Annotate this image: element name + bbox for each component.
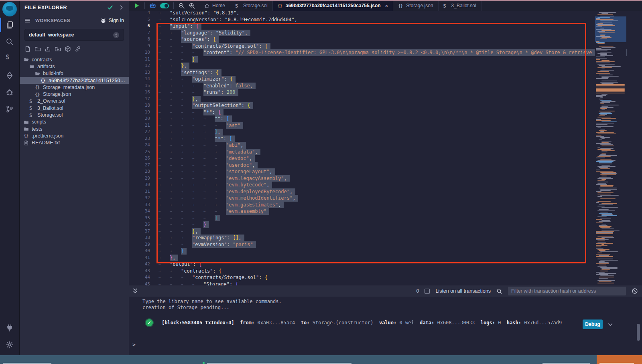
tab-storage-json[interactable]: {}Storage.json (393, 0, 438, 11)
code-line-45[interactable]: 45→→→→"Storage": { (129, 281, 642, 286)
new-folder-icon[interactable] (35, 46, 41, 52)
box-icon[interactable] (65, 46, 71, 52)
link-icon[interactable] (75, 46, 81, 52)
code-line-32[interactable]: 32→→→→→→"evm.methodIdentifiers", (129, 195, 642, 202)
tree-item-contracts[interactable]: contracts (20, 56, 129, 63)
code-line-40[interactable]: 40→→} (129, 248, 642, 255)
tree-item-a69b43f277ba20fcac141151250ca7-[interactable]: {}a69b43f277ba20fcac141151250ca7... (20, 77, 129, 84)
code-line-16[interactable]: 16→→→→"runs": 200 (129, 89, 642, 96)
code-line-12[interactable]: 12→→}, (129, 63, 642, 69)
code-line-20[interactable]: 20→→→→→"": [ (129, 115, 642, 122)
code-line-15[interactable]: 15→→→→"enabled": false, (129, 83, 642, 89)
code-line-28[interactable]: 28→→→→→→"storageLayout", (129, 168, 642, 175)
code-line-21[interactable]: 21→→→→→→"ast" (129, 122, 642, 129)
activity-item-deploy-run-icon[interactable] (0, 67, 19, 84)
code-line-35[interactable]: 35→→→→→] (129, 215, 642, 222)
search-icon[interactable] (496, 288, 502, 294)
tab-3-ballot-sol[interactable]: S3_Ballot.sol (439, 0, 482, 11)
tree-item-storage-sol[interactable]: SStorage.sol (20, 111, 129, 118)
code-line-30[interactable]: 30→→→→→→"evm.bytecode", (129, 182, 642, 188)
code-line-34[interactable]: 34→→→→→→"evm.assembly" (129, 208, 642, 215)
tree-item--prettierrc-json[interactable]: {}.prettierrc.json (20, 132, 129, 139)
code-line-11[interactable]: 11→→→} (129, 56, 642, 63)
code-line-17[interactable]: 17→→→}, (129, 96, 642, 103)
code-line-22[interactable]: 22→→→→→], (129, 129, 642, 135)
activity-item-file-explorer-icon[interactable] (0, 16, 19, 33)
activity-item-plugin-manager-icon[interactable] (0, 322, 19, 334)
toggle-icon[interactable] (160, 3, 169, 8)
tree-item-readme-txt[interactable]: README.txt (20, 140, 129, 146)
tree-item-build-info[interactable]: build-info (20, 70, 129, 77)
close-icon[interactable]: × (385, 3, 388, 9)
activity-item-search-icon[interactable] (0, 33, 19, 50)
tree-item-artifacts[interactable]: artifacts (20, 63, 129, 70)
chevron-down-icon[interactable] (607, 322, 613, 328)
remix-logo[interactable] (2, 2, 17, 16)
minimap[interactable] (595, 11, 626, 285)
code-line-14[interactable]: 14→→→"optimizer": { (129, 76, 642, 83)
code-line-43[interactable]: 43→→"contracts": { (129, 268, 642, 275)
activity-item-settings-icon[interactable] (0, 338, 19, 351)
chevron-right-icon[interactable] (119, 5, 124, 10)
code-line-19[interactable]: 19→→→→"*": { (129, 109, 642, 116)
hamburger-menu-icon[interactable] (24, 18, 30, 24)
code-line-37[interactable]: 37→→→}, (129, 228, 642, 235)
code-line-7[interactable]: 7→→"language": "Solidity", (129, 30, 642, 36)
tree-item-storage-json[interactable]: {}Storage.json (20, 91, 129, 97)
code-line-6[interactable]: 6→"input": { (129, 23, 642, 30)
code-line-29[interactable]: 29→→→→→→"evm.legacyAssembly", (129, 175, 642, 182)
activity-item-git-icon[interactable] (0, 101, 19, 117)
sign-in-button[interactable]: Sign in (100, 18, 124, 24)
tree-item-storage-metadata-json[interactable]: {}Storage_metadata.json (20, 84, 129, 91)
code-line-36[interactable]: 36→→→→} (129, 221, 642, 228)
terminal-prompt[interactable]: > (132, 342, 136, 348)
code-line-8[interactable]: 8→→"sources": { (129, 36, 642, 43)
code-line-4[interactable]: 4→"solcVersion": "0.8.19", (129, 11, 642, 16)
run-script-icon[interactable] (134, 2, 140, 9)
code-line-38[interactable]: 38→→→"remappings": [], (129, 235, 642, 241)
code-line-44[interactable]: 44→→→"contracts/Storage.sol": { (129, 274, 642, 281)
code-line-24[interactable]: 24→→→→→→"abi", (129, 142, 642, 149)
tab-a69b43f277ba20fcac141151250ca755-json[interactable]: {}a69b43f277ba20fcac141151250ca755.json× (273, 0, 393, 11)
transaction-log-row[interactable]: ✓ [block:5583405 txIndex:4] from: 0xa03.… (146, 319, 562, 326)
terminal-scrollbar[interactable] (637, 324, 640, 341)
tree-item-scripts[interactable]: scripts (20, 119, 129, 125)
tree-item-2-owner-sol[interactable]: S2_Owner.sol (20, 98, 129, 105)
tab-storage-sol[interactable]: SStorage.sol (230, 0, 273, 11)
activity-item-debugger-icon[interactable] (0, 84, 19, 101)
code-line-23[interactable]: 23→→→→→"*": [ (129, 135, 642, 142)
tree-item-3-ballot-sol[interactable]: S3_Ballot.sol (20, 105, 129, 111)
transaction-filter-input[interactable] (508, 287, 626, 295)
new-file-icon[interactable] (24, 46, 31, 52)
code-line-41[interactable]: 41→}, (129, 255, 642, 261)
tab-home[interactable]: Home (199, 0, 230, 11)
zoom-out-icon[interactable] (178, 2, 185, 9)
zoom-in-icon[interactable] (189, 2, 195, 9)
debug-button[interactable]: Debug (583, 320, 603, 329)
code-line-39[interactable]: 39→→→"evmVersion": "paris" (129, 241, 642, 248)
token: "contracts/Storage.sol" (192, 275, 259, 280)
code-line-31[interactable]: 31→→→→→→"evm.deployedBytecode", (129, 188, 642, 195)
code-line-5[interactable]: 5→"solcLongVersion": "0.8.19+commit.7dd6… (129, 16, 642, 23)
code-tokens: "evm.legacyAssembly", (226, 175, 290, 182)
upload-folder-icon[interactable] (55, 46, 61, 52)
ai-assistant-icon[interactable] (149, 2, 156, 9)
workspace-select[interactable]: default_workspace (24, 29, 124, 41)
activity-item-solidity-compiler-icon[interactable]: S (0, 50, 19, 67)
code-line-27[interactable]: 27→→→→→→"userdoc", (129, 162, 642, 169)
code-line-25[interactable]: 25→→→→→→"metadata", (129, 149, 642, 156)
code-editor[interactable]: 4→"solcVersion": "0.8.19",5→"solcLongVer… (129, 11, 642, 285)
tab-whitespace: → (203, 195, 215, 202)
code-line-13[interactable]: 13→→"settings": { (129, 69, 642, 76)
code-line-42[interactable]: 42→"output": { (129, 261, 642, 268)
code-line-9[interactable]: 9→→→"contracts/Storage.sol": { (129, 43, 642, 50)
tree-item-tests[interactable]: tests (20, 125, 129, 132)
code-line-18[interactable]: 18→→→"outputSelection": { (129, 102, 642, 109)
double-chevron-down-icon[interactable] (132, 288, 138, 294)
clear-console-icon[interactable] (632, 288, 638, 294)
listen-checkbox[interactable] (425, 289, 430, 294)
code-line-10[interactable]: 10→→→→"content": "// SPDX-License-Identi… (129, 49, 642, 56)
code-line-26[interactable]: 26→→→→→→"devdoc", (129, 155, 642, 162)
code-line-33[interactable]: 33→→→→→→"evm.gasEstimates", (129, 202, 642, 208)
upload-file-icon[interactable] (45, 46, 51, 52)
